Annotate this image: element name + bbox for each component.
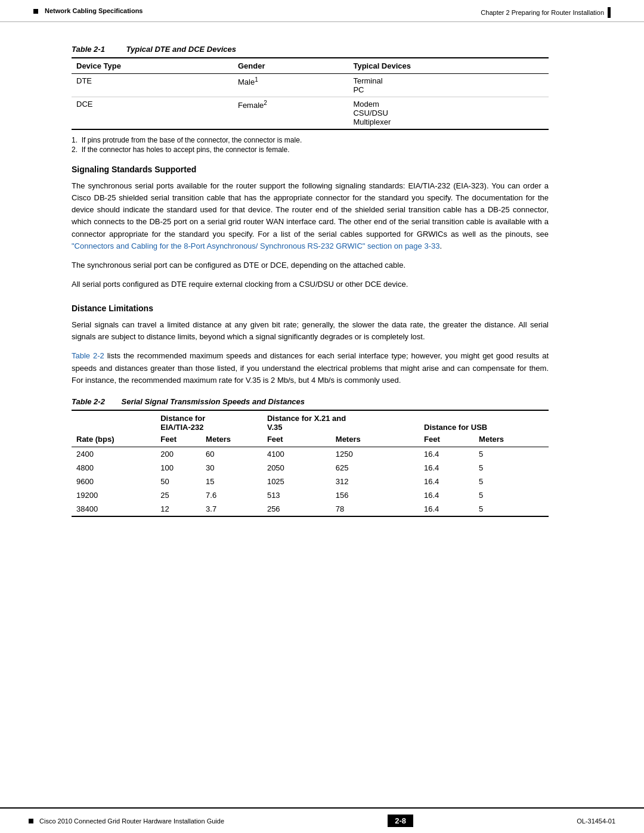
table-cell: 12 [156,502,201,516]
table-cell: 156 [331,488,419,502]
distance-para2: Table 2-2 lists the recommended maximum … [72,350,549,386]
table-cell: 312 [331,475,419,488]
table-cell: 9600 [72,475,156,488]
table-cell: 16.4 [419,502,474,516]
table-cell: 5 [474,475,549,488]
table-cell: 2400 [72,447,156,461]
col-x21-v35-header: Distance for X.21 andV.35 [262,410,419,433]
table-cell: 16.4 [419,461,474,475]
table1: Device Type Gender Typical Devices DTE M… [72,57,549,130]
table-cell: 7.6 [201,488,262,502]
table1-caption-number: Table 2-1 [72,45,105,54]
dte-gender: Male1 [233,74,348,97]
table-cell: 1025 [262,475,331,488]
table-cell: 4100 [262,447,331,461]
table-cell: 5 [474,502,549,516]
table-cell: 19200 [72,488,156,502]
table-cell: 16.4 [419,488,474,502]
table-row: 19200257.651315616.45 [72,488,549,502]
signaling-link[interactable]: "Connectors and Cabling for the 8-Port A… [72,241,439,250]
table-cell: 1250 [331,447,419,461]
table-row: 2400200604100125016.45 [72,447,549,461]
table-cell: 513 [262,488,331,502]
col-rate-bps-empty [72,410,156,433]
subhdr-v35-meters: Meters [331,433,419,447]
table-cell: 78 [331,502,419,516]
signaling-para3: All serial ports configured as DTE requi… [72,278,549,290]
table2-caption-number: Table 2-2 [72,397,105,406]
subhdr-eia-meters: Meters [201,433,262,447]
col-usb-header: Distance for USB [419,410,549,433]
subhdr-usb-feet: Feet [419,433,474,447]
table-cell: 256 [262,502,331,516]
col-device-type: Device Type [72,58,233,74]
signaling-para2: The synchronous serial port can be confi… [72,259,549,271]
footer-doc-id: OL-31454-01 [577,817,615,825]
col-typical-devices: Typical Devices [348,58,549,74]
table-cell: 30 [201,461,262,475]
col-gender: Gender [233,58,348,74]
table-cell: 5 [474,461,549,475]
table-cell: 4800 [72,461,156,475]
subhdr-eia-feet: Feet [156,433,201,447]
header-bar-icon [608,7,611,18]
table-cell: 25 [156,488,201,502]
table-row: 38400123.72567816.45 [72,502,549,516]
table-cell: 2050 [262,461,331,475]
table-cell: 5 [474,488,549,502]
table22-link[interactable]: Table 2-2 [72,351,104,360]
table-cell: 100 [156,461,201,475]
table-cell: 5 [474,447,549,461]
distance-para1: Serial signals can travel a limited dist… [72,319,549,343]
footnote-2: 2. If the connector has holes to accept … [72,145,549,154]
table-row: 96005015102531216.45 [72,475,549,488]
table-cell: 3.7 [201,502,262,516]
table-cell: 16.4 [419,475,474,488]
dce-device: DCE [72,97,233,130]
page-number: 2-8 [388,815,413,827]
page-footer: Cisco 2010 Connected Grid Router Hardwar… [0,807,644,833]
dte-device: DTE [72,74,233,97]
table2-caption-title: Serial Signal Transmission Speeds and Di… [122,397,305,406]
table2: Distance forEIA/TIA-232 Distance for X.2… [72,410,549,517]
table1-footnotes: 1. If pins protrude from the base of the… [72,136,549,154]
dce-gender: Female2 [233,97,348,130]
table-cell: 16.4 [419,447,474,461]
table-row: DTE Male1 TerminalPC [72,74,549,97]
signaling-para1: The synchronous serial ports available f… [72,180,549,252]
table-cell: 38400 [72,502,156,516]
footer-doc-title: Cisco 2010 Connected Grid Router Hardwar… [39,817,224,825]
col-eia-tia-header: Distance forEIA/TIA-232 [156,410,262,433]
table-row: DCE Female2 ModemCSU/DSUMultiplexer [72,97,549,130]
table1-caption-title: Typical DTE and DCE Devices [126,45,236,54]
subhdr-usb-meters: Meters [474,433,549,447]
footer-left: Cisco 2010 Connected Grid Router Hardwar… [29,817,224,825]
subhdr-v35-feet: Feet [262,433,331,447]
dte-devices: TerminalPC [348,74,549,97]
table-cell: 625 [331,461,419,475]
footer-square-icon [29,819,33,823]
table-cell: 15 [201,475,262,488]
dce-devices: ModemCSU/DSUMultiplexer [348,97,549,130]
distance-heading: Distance Limitations [72,304,549,313]
table-cell: 50 [156,475,201,488]
signaling-heading: Signaling Standards Supported [72,165,549,174]
chapter-info: Chapter 2 Preparing for Router Installat… [481,9,604,16]
footnote-1: 1. If pins protrude from the base of the… [72,136,549,144]
section-header: Network Cabling Specifications [33,7,143,18]
table-cell: 200 [156,447,201,461]
table-row: 480010030205062516.45 [72,461,549,475]
subhdr-rate: Rate (bps) [72,433,156,447]
table-cell: 60 [201,447,262,461]
